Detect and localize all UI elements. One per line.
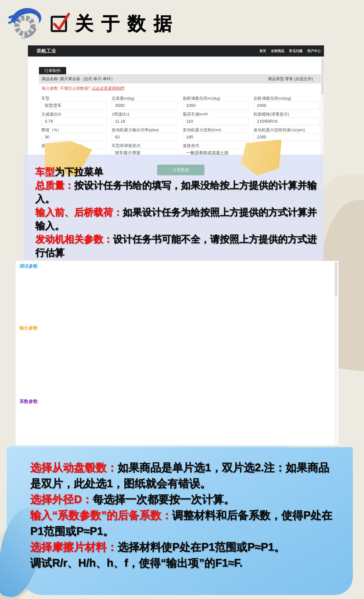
note-line: 输入前、后桥载荷：如果设计任务为给按照上方提供的方式计算并输入。 (36, 205, 320, 232)
note-line: 选择摩擦片材料：选择材料使P处在P1范围或P≈P1。 (30, 539, 337, 555)
note-text: 选择材料使P处在P1范围或P≈P1。 (118, 541, 285, 553)
note-highlight: 选择外径D： (30, 493, 93, 505)
field-input[interactable]: 185 (183, 133, 249, 141)
field-input[interactable]: 1050 (183, 101, 249, 109)
note-text: 调试R/r、H/h、h、f，使得“输出项”的F1≈F. (30, 557, 243, 569)
tab-order-make[interactable]: 订单制作 (39, 67, 66, 74)
note-text: 每选择一次都要按一次计算。 (93, 493, 235, 505)
nav-item[interactable]: 首页 (259, 49, 266, 53)
field-label: 车型和弹簧形式 (112, 143, 178, 148)
product-info-bar: 商品名称: 膜片离合器（拉式-单片-单环） 商品类型:零售 (自选文件) (39, 74, 323, 83)
field-input[interactable]: 轻型货车 (41, 101, 107, 109)
form-field: 轮胎规格(请看提示)215/65R16 (253, 111, 320, 125)
field-label: 发动机最大扭矩t(nm) (183, 127, 249, 132)
field-label: 后桥满载负荷m2(kg) (253, 96, 320, 101)
form-field: 后桥满载负荷m2(kg)2450 (253, 96, 320, 109)
field-input[interactable]: 110 (183, 117, 249, 125)
product-type: 商品类型:零售 (自选文件) (268, 76, 313, 82)
section-title: 系数参数 (19, 398, 38, 405)
gear-swoosh-logo-icon (7, 3, 43, 40)
note-line: 发动机相关参数：设计任务书可能不全，请按照上方提供的方式进行估算 (36, 232, 320, 259)
form-field: 主减速比i03.76 (41, 111, 107, 125)
field-input[interactable]: 11.16 (112, 117, 178, 125)
note-highlight: 输入“系数参数”的后备系数： (30, 509, 172, 521)
note-highlight: 车型 (36, 166, 55, 177)
note-text: 为下拉菜单 (55, 166, 103, 177)
form-field: 车型轻型货车 (41, 96, 107, 109)
field-label: 轮胎规格(请看提示) (253, 111, 320, 117)
form-field: 发动机最大输出功率p(kw)62 (112, 127, 178, 141)
note-line: 调试R/r、H/h、h、f，使得“输出项”的F1≈F. (30, 555, 337, 571)
scrollbar[interactable] (334, 261, 337, 446)
field-label: 最高车速km/h (183, 111, 249, 117)
note-text: 按设计任务书给的填写，如果没给按上方提供的计算并输入。 (36, 180, 317, 204)
product-name: 商品名称: 膜片离合器（拉式-单片-单环） (42, 76, 115, 82)
page: 关于数据 奕帆工业 首页全部商品常见问题用户中心 订单制作 商品名称: 膜片离合… (0, 0, 364, 599)
scrollbar-thumb[interactable] (335, 262, 337, 296)
note-highlight: 选择从动盘毂数： (30, 461, 118, 474)
field-label: 主减速比i0 (41, 111, 107, 117)
notes-middle: 车型为下拉菜单总质量：按设计任务书给的填写，如果没给按上方提供的计算并输入。输入… (36, 165, 320, 259)
site-navbar: 奕帆工业 首页全部商品常见问题用户中心 (28, 45, 324, 57)
scrollbar-thumb[interactable] (322, 59, 323, 95)
field-label: 发动机最大输出功率p(kw) (112, 127, 178, 132)
note-line: 选择从动盘毂数：如果商品是单片选1，双片选2.注：如果商品是双片，此处选1，图纸… (30, 460, 337, 491)
note-highlight: 选择摩擦片材料： (30, 541, 118, 553)
note-line: 选择外径D：每选择一次都要按一次计算。 (30, 491, 337, 507)
field-input[interactable]: 215/65R16 (253, 117, 320, 125)
site-nav-menu: 首页全部商品常见问题用户中心 (259, 49, 321, 53)
page-title: 关于数据 (75, 11, 180, 36)
section-title: 输出参数 (19, 325, 38, 331)
help-hint: 输入参数: 不懂怎么填数据? 点击这里看帮助吧! (42, 86, 124, 91)
field-input[interactable]: 3500 (112, 101, 178, 109)
note-line: 总质量：按设计任务书给的填写，如果没给按上方提供的计算并输入。 (36, 178, 320, 205)
note-highlight: 输入前、后桥载荷： (36, 207, 123, 218)
field-input[interactable]: 2285 (253, 133, 320, 141)
field-input[interactable]: 30 (41, 133, 107, 141)
form-field: 1档速比i111.16 (112, 111, 178, 125)
form-field: 发动机最大扭矩转速n1(rpm)2285 (253, 127, 320, 141)
form-field: 爬坡（%）30 (41, 127, 107, 141)
field-label: 道路形式 (183, 143, 249, 148)
nav-item[interactable]: 全部商品 (271, 49, 284, 53)
help-link[interactable]: 点击这里看帮助吧! (91, 86, 124, 90)
field-label: 发动机最大扭矩转速n1(rpm) (253, 127, 320, 132)
checkbox-check-icon (48, 11, 71, 34)
section-title: 调试参数 (19, 263, 38, 269)
form-field: 总质量m(kg)3500 (112, 96, 178, 109)
notes-bottom: 选择从动盘毂数：如果商品是单片选1，双片选2.注：如果商品是双片，此处选1，图纸… (30, 460, 337, 571)
field-input[interactable]: 2450 (253, 101, 320, 109)
form-field: 前桥满载负荷m1(kg)1050 (183, 96, 249, 109)
nav-item[interactable]: 用户中心 (307, 49, 321, 53)
field-input[interactable]: 3.76 (41, 117, 107, 125)
field-label: 前桥满载负荷m1(kg) (183, 96, 249, 101)
form-field: 最高车速km/h110 (183, 111, 249, 125)
field-label: 爬坡（%） (41, 127, 107, 132)
note-line: 车型为下拉菜单 (36, 165, 320, 178)
site-brand[interactable]: 奕帆工业 (37, 48, 56, 54)
field-label: 总质量m(kg) (112, 96, 178, 101)
form-field: 发动机最大扭矩t(nm)185 (183, 127, 249, 141)
note-line: 输入“系数参数”的后备系数：调整材料和后备系数，使得P处在P1范围或P≈P1。 (30, 507, 337, 539)
note-highlight: 总质量： (36, 180, 74, 191)
parameters-screenshot (16, 261, 338, 446)
field-label: 车型 (41, 96, 107, 101)
note-highlight: 发动机相关参数： (36, 234, 113, 245)
help-hint-text: 输入参数: 不懂怎么填数据? (42, 86, 91, 90)
field-input[interactable]: 62 (112, 133, 178, 141)
nav-item[interactable]: 常见问题 (289, 49, 303, 53)
field-label: 1档速比i1 (112, 111, 178, 117)
